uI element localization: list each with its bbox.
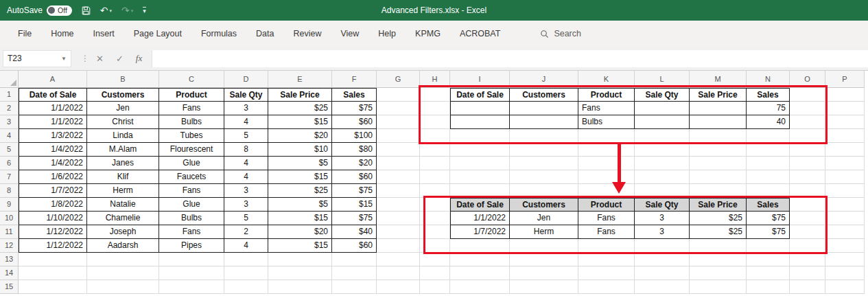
cell-P2[interactable] — [825, 102, 865, 115]
cell-K9[interactable]: Product — [578, 198, 635, 212]
cell-P11[interactable] — [825, 225, 865, 239]
spreadsheet-grid[interactable]: ABCDEFGHIJKLMNOP1Date of SaleCustomersPr… — [0, 71, 868, 296]
cell-L5[interactable] — [635, 143, 690, 157]
cell-C15[interactable] — [159, 280, 224, 294]
cell-G2[interactable] — [377, 102, 420, 115]
cell-N8[interactable] — [747, 184, 790, 198]
cell-P6[interactable] — [825, 157, 865, 170]
cell-G11[interactable] — [377, 225, 420, 239]
cell-N12[interactable] — [747, 239, 790, 253]
cell-M11[interactable]: $25 — [690, 225, 747, 239]
cell-H15[interactable] — [420, 280, 450, 294]
cell-D13[interactable] — [224, 253, 268, 266]
cell-H3[interactable] — [420, 115, 450, 129]
cell-O15[interactable] — [790, 280, 825, 294]
cell-N11[interactable]: $75 — [747, 225, 790, 239]
cell-G7[interactable] — [377, 170, 420, 184]
cell-P14[interactable] — [825, 266, 865, 280]
cell-E2[interactable]: $25 — [268, 102, 332, 115]
cell-K8[interactable] — [578, 184, 635, 198]
cell-P7[interactable] — [825, 170, 865, 184]
select-all-corner[interactable] — [0, 71, 19, 88]
cell-A12[interactable]: 1/12/2022 — [19, 239, 87, 253]
cell-I14[interactable] — [450, 266, 510, 280]
row-header-15[interactable]: 15 — [0, 280, 19, 294]
cell-K12[interactable] — [578, 239, 635, 253]
cell-L9[interactable]: Sale Qty — [635, 198, 690, 212]
cell-L8[interactable] — [635, 184, 690, 198]
cell-L10[interactable]: 3 — [635, 212, 690, 225]
cell-O1[interactable] — [790, 88, 825, 102]
cell-C14[interactable] — [159, 266, 224, 280]
cell-N15[interactable] — [747, 280, 790, 294]
cell-A15[interactable] — [19, 280, 87, 294]
cell-N10[interactable]: $75 — [747, 212, 790, 225]
cell-G8[interactable] — [377, 184, 420, 198]
cell-O6[interactable] — [790, 157, 825, 170]
cell-E11[interactable]: $20 — [268, 225, 332, 239]
cell-M4[interactable] — [690, 129, 747, 143]
cell-H4[interactable] — [420, 129, 450, 143]
row-header-14[interactable]: 14 — [0, 266, 19, 280]
autosave-toggle[interactable]: AutoSave Off — [7, 5, 72, 16]
cell-B3[interactable]: Christ — [87, 115, 159, 129]
cell-O3[interactable] — [790, 115, 825, 129]
cell-K15[interactable] — [578, 280, 635, 294]
cell-L13[interactable] — [635, 253, 690, 266]
cell-O2[interactable] — [790, 102, 825, 115]
cell-K1[interactable]: Product — [578, 88, 635, 102]
cell-G14[interactable] — [377, 266, 420, 280]
cell-F3[interactable]: $60 — [332, 115, 377, 129]
redo-button[interactable]: ↷▾ — [121, 5, 133, 15]
cell-F14[interactable] — [332, 266, 377, 280]
cell-F1[interactable]: Sales — [332, 88, 377, 102]
cell-J7[interactable] — [510, 170, 578, 184]
cell-E4[interactable]: $20 — [268, 129, 332, 143]
cell-K13[interactable] — [578, 253, 635, 266]
cell-D11[interactable]: 2 — [224, 225, 268, 239]
column-header-P[interactable]: P — [825, 71, 865, 88]
cell-A11[interactable]: 1/12/2022 — [19, 225, 87, 239]
row-header-4[interactable]: 4 — [0, 129, 19, 143]
cell-A9[interactable]: 1/8/2022 — [19, 198, 87, 212]
cell-O14[interactable] — [790, 266, 825, 280]
ribbon-tab-page-layout[interactable]: Page Layout — [124, 21, 191, 47]
cell-B2[interactable]: Jen — [87, 102, 159, 115]
cell-O12[interactable] — [790, 239, 825, 253]
cell-H14[interactable] — [420, 266, 450, 280]
cell-F4[interactable]: $100 — [332, 129, 377, 143]
column-header-D[interactable]: D — [224, 71, 268, 88]
cell-N7[interactable] — [747, 170, 790, 184]
cell-F5[interactable]: $80 — [332, 143, 377, 157]
cell-C2[interactable]: Fans — [159, 102, 224, 115]
cell-F6[interactable]: $20 — [332, 157, 377, 170]
cell-J6[interactable] — [510, 157, 578, 170]
cell-G15[interactable] — [377, 280, 420, 294]
cell-G9[interactable] — [377, 198, 420, 212]
cell-M8[interactable] — [690, 184, 747, 198]
cell-I5[interactable] — [450, 143, 510, 157]
cell-C5[interactable]: Flourescent — [159, 143, 224, 157]
ribbon-tab-data[interactable]: Data — [246, 21, 283, 47]
cell-I10[interactable]: 1/1/2022 — [450, 212, 510, 225]
cell-E3[interactable]: $15 — [268, 115, 332, 129]
cell-I2[interactable] — [450, 102, 510, 115]
cell-D7[interactable]: 4 — [224, 170, 268, 184]
cell-M2[interactable] — [690, 102, 747, 115]
cell-E6[interactable]: $5 — [268, 157, 332, 170]
ribbon-tab-review[interactable]: Review — [283, 21, 331, 47]
cell-E13[interactable] — [268, 253, 332, 266]
cell-I1[interactable]: Date of Sale — [450, 88, 510, 102]
cell-I3[interactable] — [450, 115, 510, 129]
cell-H1[interactable] — [420, 88, 450, 102]
cell-P1[interactable] — [825, 88, 865, 102]
cell-C9[interactable]: Glue — [159, 198, 224, 212]
cell-O11[interactable] — [790, 225, 825, 239]
cell-G6[interactable] — [377, 157, 420, 170]
cell-B12[interactable]: Aadarsh — [87, 239, 159, 253]
cell-L11[interactable]: 3 — [635, 225, 690, 239]
cell-G12[interactable] — [377, 239, 420, 253]
cell-K10[interactable]: Fans — [578, 212, 635, 225]
cell-I15[interactable] — [450, 280, 510, 294]
cell-E7[interactable]: $15 — [268, 170, 332, 184]
